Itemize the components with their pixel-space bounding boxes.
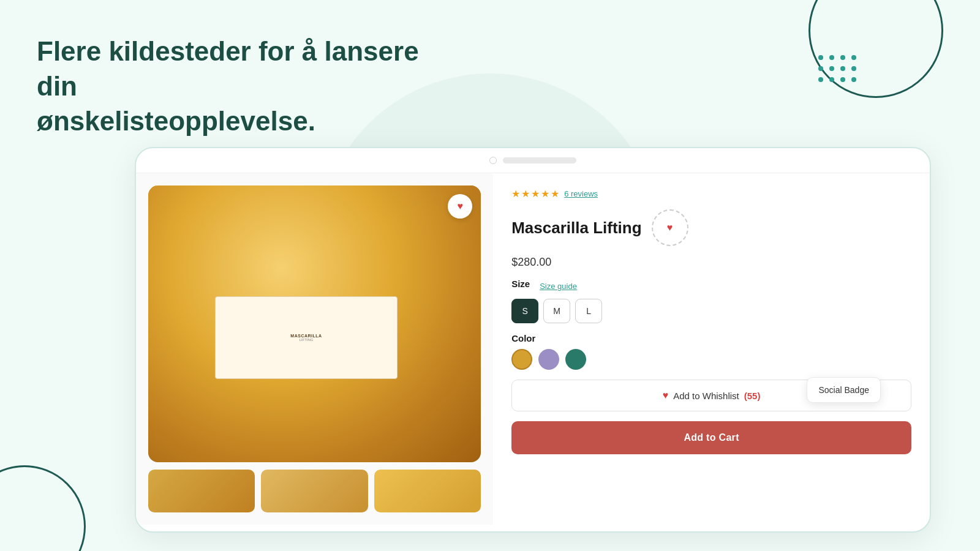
size-guide-link[interactable]: Size guide — [540, 282, 577, 291]
page-headline: Flere kildesteder for å lansere din ønsk… — [37, 34, 466, 139]
wishlist-button-label: Add to Whishlist — [673, 391, 739, 401]
reviews-row: ★ ★ ★ ★ ★ 6 reviews — [511, 188, 911, 200]
color-label: Color — [511, 333, 535, 343]
dot-grid-decoration — [818, 55, 858, 83]
size-btn-l[interactable]: L — [575, 299, 602, 323]
thumbnail-1[interactable] — [148, 470, 255, 512]
color-dots — [511, 349, 911, 370]
title-row: Mascarilla Lifting ♥ — [511, 209, 911, 246]
product-title: Mascarilla Lifting — [511, 219, 641, 238]
product-images-panel: MASCARILLA LIFTING ♥ — [136, 173, 493, 525]
heart-icon-image: ♥ — [457, 201, 463, 212]
background-circle-top-right — [809, 0, 943, 98]
product-price: $280.00 — [511, 256, 911, 269]
star-rating: ★ ★ ★ ★ ★ — [511, 188, 559, 200]
heart-icon-wishlist: ♥ — [663, 390, 669, 401]
star-4: ★ — [541, 188, 549, 200]
add-to-cart-button[interactable]: Add to Cart — [511, 421, 911, 454]
thumbnail-row — [148, 470, 481, 512]
thumbnail-3[interactable] — [374, 470, 481, 512]
social-badge-popup: Social Badge — [807, 377, 881, 403]
wishlist-circle-button[interactable]: ♥ — [652, 209, 688, 246]
tablet-frame: MASCARILLA LIFTING ♥ ★ ★ ★ — [135, 147, 931, 533]
size-btn-s[interactable]: S — [511, 299, 538, 323]
star-3: ★ — [531, 188, 540, 200]
tablet-camera — [489, 157, 497, 164]
star-5: ★ — [551, 188, 559, 200]
size-row: Size Size guide — [511, 279, 911, 294]
tablet-top-bar — [136, 148, 930, 173]
wishlist-count: (55) — [744, 391, 761, 401]
main-product-image: MASCARILLA LIFTING ♥ — [148, 186, 481, 462]
thumbnail-2[interactable] — [261, 470, 368, 512]
size-label: Size — [511, 279, 530, 289]
size-section: Size Size guide S M L — [511, 279, 911, 323]
product-page: MASCARILLA LIFTING ♥ ★ ★ ★ — [136, 173, 930, 525]
star-2: ★ — [521, 188, 530, 200]
star-1: ★ — [511, 188, 520, 200]
color-dot-teal[interactable] — [565, 349, 586, 370]
jar-label: MASCARILLA LIFTING — [215, 296, 398, 380]
tablet-bar-pill — [503, 157, 576, 163]
background-circle-bottom-left — [0, 465, 86, 551]
reviews-link[interactable]: 6 reviews — [564, 189, 598, 198]
color-dot-gold[interactable] — [511, 349, 532, 370]
jar-label-title: MASCARILLA — [290, 334, 322, 338]
color-dot-purple[interactable] — [538, 349, 559, 370]
size-btn-m[interactable]: M — [543, 299, 570, 323]
color-section: Color — [511, 333, 911, 370]
social-badge-label: Social Badge — [818, 385, 869, 395]
jar-label-subtitle: LIFTING — [299, 338, 313, 342]
image-wishlist-button[interactable]: ♥ — [448, 194, 472, 219]
product-details-panel: ★ ★ ★ ★ ★ 6 reviews Mascarilla Lifting ♥… — [493, 173, 930, 525]
size-buttons: S M L — [511, 299, 911, 323]
heart-icon-title: ♥ — [667, 222, 673, 233]
